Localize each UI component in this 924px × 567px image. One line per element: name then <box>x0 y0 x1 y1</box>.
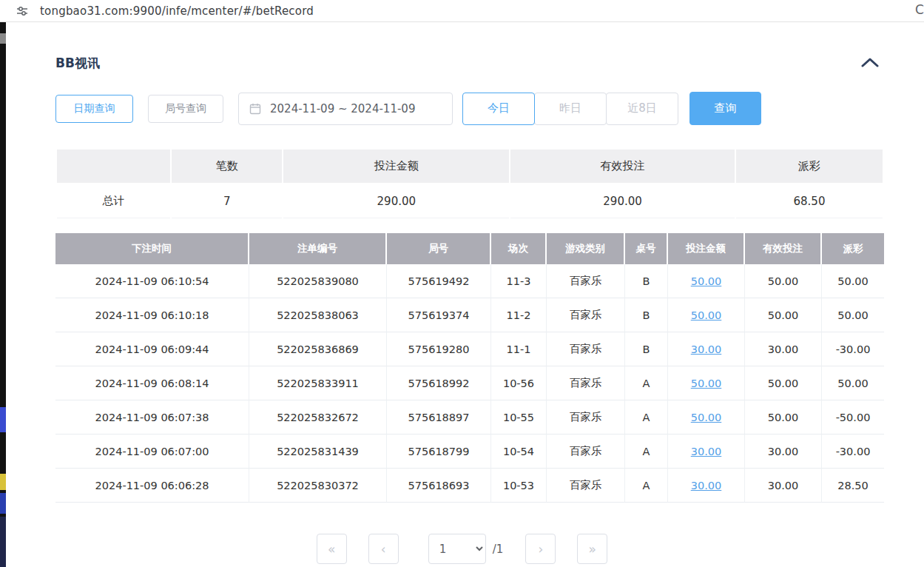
table-row: 2024-11-09 06:07:00 522025831439 5756187… <box>55 435 884 469</box>
summary-header-blank <box>57 150 170 183</box>
header-order-id: 注单编号 <box>249 233 387 264</box>
bet-amount-link[interactable]: 50.00 <box>691 309 722 321</box>
bet-amount-cell: 50.00 <box>668 298 745 332</box>
order-id-cell: 522025833911 <box>249 366 387 400</box>
payout-cell: 50.00 <box>822 298 884 332</box>
header-valid-bet: 有效投注 <box>745 233 822 264</box>
header-payout: 派彩 <box>822 233 884 264</box>
game-type-cell: 百家乐 <box>547 298 625 332</box>
bet-amount-link[interactable]: 30.00 <box>691 446 722 457</box>
first-page-button[interactable]: « <box>317 534 347 564</box>
bet-amount-link[interactable]: 50.00 <box>691 412 722 423</box>
bet-amount-cell: 50.00 <box>668 366 745 400</box>
table-row: 2024-11-09 06:07:38 522025832672 5756188… <box>55 400 884 435</box>
browser-address-bar: tongbao31.com:9900/infe/mcenter/#/betRec… <box>0 0 924 22</box>
chevron-right-icon: › <box>538 542 543 557</box>
bet-amount-cell: 30.00 <box>668 435 745 469</box>
table-header-row: 下注时间 注单编号 局号 场次 游戏类别 桌号 投注金额 有效投注 派彩 <box>55 233 884 264</box>
payout-cell: -50.00 <box>822 400 884 435</box>
order-id-cell: 522025838063 <box>249 298 387 332</box>
valid-bet-cell: 50.00 <box>745 400 822 435</box>
yesterday-button[interactable]: 昨日 <box>534 93 607 125</box>
round-id-cell: 575618693 <box>387 469 491 503</box>
table-no-cell: A <box>625 400 668 435</box>
search-button[interactable]: 查询 <box>689 92 761 125</box>
session-cell: 11-3 <box>491 264 547 298</box>
bet-amount-link[interactable]: 50.00 <box>691 378 722 389</box>
valid-bet-cell: 30.00 <box>745 435 822 469</box>
calendar-icon <box>249 103 261 115</box>
header-session: 场次 <box>491 233 547 264</box>
last-page-button[interactable]: » <box>577 534 607 564</box>
bet-amount-link[interactable]: 50.00 <box>691 275 722 287</box>
collapse-panel-button[interactable] <box>858 53 882 71</box>
summary-bet-amount-value: 290.00 <box>283 184 509 218</box>
game-type-cell: 百家乐 <box>547 264 625 298</box>
date-range-value: 2024-11-09 ~ 2024-11-09 <box>270 102 415 115</box>
bet-amount-cell: 30.00 <box>668 332 745 366</box>
chevron-left-icon: ‹ <box>381 542 386 557</box>
order-id-cell: 522025831439 <box>249 435 387 469</box>
background-fragment <box>0 493 6 514</box>
bet-time-cell: 2024-11-09 06:06:28 <box>55 469 249 503</box>
payout-cell: -30.00 <box>822 435 884 469</box>
background-fragment <box>0 407 6 432</box>
summary-payout-value: 68.50 <box>736 184 883 218</box>
double-chevron-right-icon: » <box>589 542 596 557</box>
round-query-button[interactable]: 局号查询 <box>148 95 223 123</box>
table-row: 2024-11-09 06:06:28 522025830372 5756186… <box>55 469 884 503</box>
pagination: « ‹ 1 /1 › » <box>0 534 924 564</box>
game-type-cell: 百家乐 <box>547 469 625 503</box>
last-8-days-button[interactable]: 近8日 <box>606 93 678 125</box>
table-no-cell: B <box>625 332 668 366</box>
payout-cell: 50.00 <box>822 366 884 400</box>
round-id-cell: 575618992 <box>387 366 491 400</box>
payout-cell: 50.00 <box>822 264 884 298</box>
order-id-cell: 522025836869 <box>249 332 387 366</box>
header-bet-amount: 投注金额 <box>668 233 745 264</box>
summary-header-count: 笔数 <box>172 150 282 183</box>
background-window-strip <box>0 22 6 567</box>
valid-bet-cell: 30.00 <box>745 332 822 366</box>
table-row: 2024-11-09 06:10:54 522025839080 5756194… <box>55 264 884 298</box>
table-row: 2024-11-09 06:10:18 522025838063 5756193… <box>55 298 884 332</box>
header-table-no: 桌号 <box>625 233 668 264</box>
valid-bet-cell: 30.00 <box>745 469 822 503</box>
summary-total-label: 总计 <box>57 184 170 218</box>
date-range-picker[interactable]: 2024-11-09 ~ 2024-11-09 <box>238 93 453 125</box>
round-id-cell: 575618799 <box>387 435 491 469</box>
date-query-button[interactable]: 日期查询 <box>55 95 133 123</box>
session-cell: 10-54 <box>491 435 547 469</box>
next-page-button[interactable]: › <box>525 534 556 564</box>
prev-page-button[interactable]: ‹ <box>368 534 399 564</box>
bet-time-cell: 2024-11-09 06:08:14 <box>55 366 249 400</box>
session-cell: 10-56 <box>491 366 547 400</box>
game-type-cell: 百家乐 <box>547 435 625 469</box>
background-fragment <box>0 33 6 44</box>
reload-icon[interactable]: C <box>915 2 924 17</box>
url-text[interactable]: tongbao31.com:9900/infe/mcenter/#/betRec… <box>40 4 314 18</box>
page-select[interactable]: 1 <box>428 534 486 564</box>
today-button[interactable]: 今日 <box>462 93 535 125</box>
double-chevron-left-icon: « <box>328 542 335 557</box>
filter-bar: 日期查询 局号查询 2024-11-09 ~ 2024-11-09 今日 昨日 … <box>55 92 761 125</box>
quick-date-group: 今日 昨日 近8日 <box>462 93 678 125</box>
valid-bet-cell: 50.00 <box>745 298 822 332</box>
site-settings-icon[interactable] <box>16 5 28 17</box>
session-cell: 10-53 <box>491 469 547 503</box>
bet-amount-cell: 50.00 <box>668 400 745 435</box>
round-id-cell: 575619374 <box>387 298 491 332</box>
round-id-cell: 575619280 <box>387 332 491 366</box>
table-no-cell: A <box>625 469 668 503</box>
bet-amount-link[interactable]: 30.00 <box>691 480 722 491</box>
table-row: 2024-11-09 06:08:14 522025833911 5756189… <box>55 366 884 400</box>
bet-records-table: 下注时间 注单编号 局号 场次 游戏类别 桌号 投注金额 有效投注 派彩 202… <box>55 233 884 503</box>
bet-time-cell: 2024-11-09 06:10:54 <box>55 264 249 298</box>
header-round-id: 局号 <box>387 233 491 264</box>
order-id-cell: 522025839080 <box>249 264 387 298</box>
bet-amount-cell: 30.00 <box>668 469 745 503</box>
round-id-cell: 575619492 <box>387 264 491 298</box>
header-game-type: 游戏类别 <box>547 233 625 264</box>
bet-amount-link[interactable]: 30.00 <box>691 343 722 355</box>
bet-time-cell: 2024-11-09 06:10:18 <box>55 298 249 332</box>
